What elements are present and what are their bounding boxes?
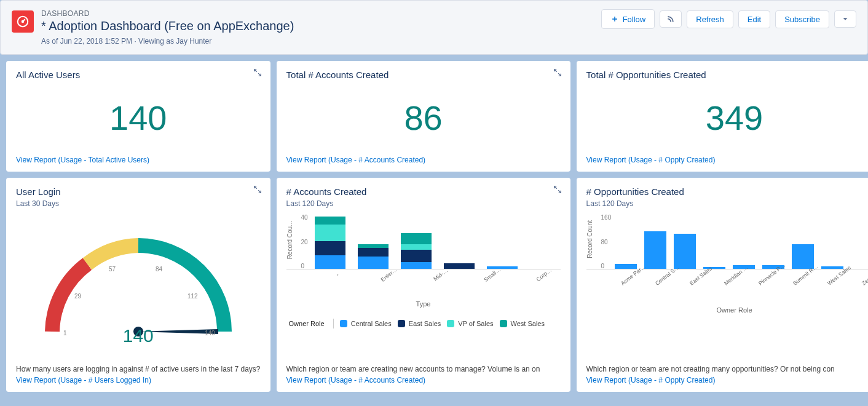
svg-text:140: 140 xyxy=(205,330,215,336)
card-description: How many users are logging in against # … xyxy=(16,365,261,373)
view-report-link[interactable]: View Report (Usage - # Oppty Created) xyxy=(586,156,868,164)
bar xyxy=(358,244,389,269)
expand-icon[interactable] xyxy=(253,185,262,196)
card-subtitle: Last 30 Days xyxy=(16,199,261,208)
follow-button[interactable]: ＋Follow xyxy=(601,9,655,29)
metric-value: 140 xyxy=(16,80,261,156)
card-user-login: User Login Last 30 Days 1 29 57 84 112 1… xyxy=(6,178,270,392)
svg-text:1: 1 xyxy=(63,330,67,336)
breadcrumb: DASHBOARD xyxy=(41,9,294,18)
refresh-button[interactable]: Refresh xyxy=(687,10,733,28)
bar xyxy=(792,244,814,269)
view-report-link[interactable]: View Report (Usage - # Accounts Created) xyxy=(286,376,561,384)
view-report-link[interactable]: View Report (Usage - # Oppty Created) xyxy=(586,376,868,384)
svg-text:57: 57 xyxy=(109,266,116,273)
feed-button[interactable] xyxy=(660,10,682,28)
bar xyxy=(821,266,843,269)
dashboard-grid: All Active Users 140 View Report (Usage … xyxy=(0,55,868,398)
bar xyxy=(315,217,345,269)
bar xyxy=(674,234,696,269)
card-description: Which region or team are not creating ma… xyxy=(586,365,868,373)
svg-text:29: 29 xyxy=(74,293,82,300)
card-subtitle: Last 120 Days xyxy=(586,199,868,208)
more-actions-button[interactable] xyxy=(834,10,856,28)
card-opps-chart: # Opportunities Created Last 120 Days Re… xyxy=(577,178,868,392)
card-subtitle: Last 120 Days xyxy=(286,199,561,208)
svg-text:84: 84 xyxy=(156,266,163,273)
card-title: Total # Opportunities Created xyxy=(586,70,868,80)
card-opps-created: Total # Opportunities Created 349 View R… xyxy=(577,61,868,172)
page-title: * Adoption Dashboard (Free on AppExchang… xyxy=(41,19,294,33)
bar xyxy=(644,231,666,269)
card-title: # Opportunities Created xyxy=(586,186,868,197)
card-title: Total # Accounts Created xyxy=(286,70,561,80)
card-active-users: All Active Users 140 View Report (Usage … xyxy=(6,61,270,172)
gauge-icon xyxy=(12,10,34,33)
view-report-link[interactable]: View Report (Usage - # Accounts Created) xyxy=(286,156,561,164)
header-meta: As of Jun 22, 2018 1:52 PM · Viewing as … xyxy=(41,37,294,46)
metric-value: 86 xyxy=(286,80,561,156)
card-title: User Login xyxy=(16,186,261,197)
gauge-chart: 1 29 57 84 112 140 140 xyxy=(16,208,261,365)
chart-legend: Owner RoleCentral SalesEast SalesVP of S… xyxy=(286,319,561,328)
dashboard-header: DASHBOARD * Adoption Dashboard (Free on … xyxy=(0,0,868,55)
expand-icon[interactable] xyxy=(553,185,562,196)
view-report-link[interactable]: View Report (Usage - Total Active Users) xyxy=(16,156,261,164)
gauge-value: 140 xyxy=(123,325,154,346)
plus-icon: ＋ xyxy=(610,14,619,25)
subscribe-button[interactable]: Subscribe xyxy=(775,10,829,28)
svg-text:112: 112 xyxy=(187,293,198,300)
expand-icon[interactable] xyxy=(553,68,562,79)
metric-value: 349 xyxy=(586,80,868,156)
card-title: All Active Users xyxy=(16,70,261,80)
card-accounts-chart: # Accounts Created Last 120 Days Record … xyxy=(277,178,570,392)
card-title: # Accounts Created xyxy=(286,186,561,197)
expand-icon[interactable] xyxy=(253,68,262,79)
svg-point-1 xyxy=(22,21,24,23)
card-description: Which region or team are creating new ac… xyxy=(286,365,561,373)
stacked-bar-chart: Record Cou… 40 20 0 -Enter…Mid-…Small…Co… xyxy=(286,208,561,365)
bar xyxy=(401,233,432,269)
view-report-link[interactable]: View Report (Usage - # Users Logged In) xyxy=(16,376,261,384)
edit-button[interactable]: Edit xyxy=(738,10,770,28)
card-accounts-created: Total # Accounts Created 86 View Report … xyxy=(277,61,570,172)
bar-chart: Record Count 160 80 0 Acme Par…Central S… xyxy=(586,208,868,365)
bar xyxy=(615,264,637,269)
